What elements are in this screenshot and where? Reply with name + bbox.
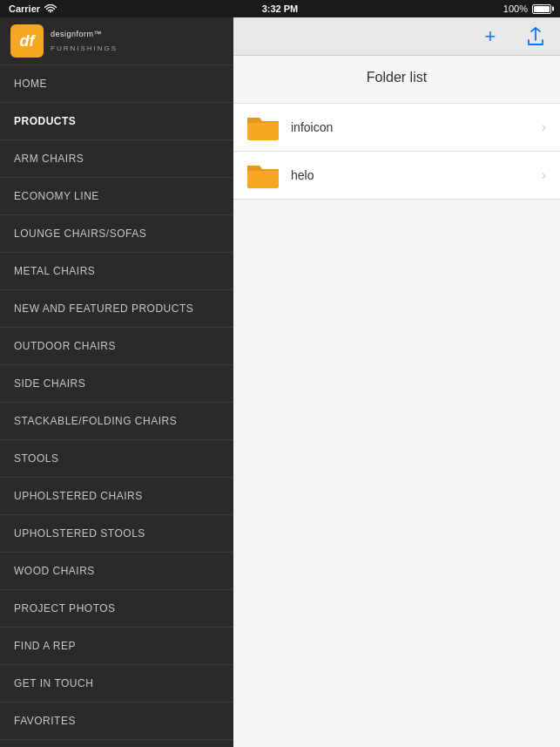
share-icon — [527, 27, 544, 46]
sidebar-item-lounge-chairs[interactable]: LOUNGE CHAIRS/SOFAS — [0, 215, 233, 253]
logo-name: designform™ — [51, 30, 118, 44]
app-body: df designform™ FURNISHINGS HOMEPRODUCTSA… — [0, 17, 560, 747]
sidebar-item-upholstered-stools[interactable]: UPHOLSTERED STOOLS — [0, 515, 233, 553]
folder-name: helo — [291, 168, 542, 182]
sidebar-item-project-photos[interactable]: PROJECT PHOTOS — [0, 590, 233, 628]
status-bar: Carrier 3:32 PM 100% — [0, 0, 560, 17]
sidebar-item-metal-chairs[interactable]: METAL CHAIRS — [0, 253, 233, 290]
sidebar-item-favorites[interactable]: FAVORITES — [0, 703, 233, 740]
logo-box: df — [10, 24, 44, 58]
sidebar-item-new-featured[interactable]: NEW AND FEATURED PRODUCTS — [0, 290, 233, 328]
sidebar-item-wood-chairs[interactable]: WOOD CHAIRS — [0, 553, 233, 590]
sidebar-item-outdoor-chairs[interactable]: OUTDOOR CHAIRS — [0, 328, 233, 365]
folder-item-helo[interactable]: helo › — [233, 152, 560, 200]
folder-item-infoicon[interactable]: infoicon › — [233, 103, 560, 152]
sidebar-item-stools[interactable]: STOOLS — [0, 440, 233, 478]
carrier-label: Carrier — [9, 3, 40, 14]
folder-list-title: Folder list — [233, 56, 560, 96]
folder-name: infoicon — [291, 120, 542, 134]
main-content: + Folder list infoicon › — [233, 17, 560, 747]
status-left: Carrier — [9, 3, 57, 14]
sidebar-item-home[interactable]: HOME — [0, 65, 233, 103]
battery-icon — [532, 4, 551, 14]
logo-text: designform™ FURNISHINGS — [51, 30, 118, 52]
sidebar-item-arm-chairs[interactable]: ARM CHAIRS — [0, 140, 233, 178]
logo-monogram: df — [20, 32, 35, 51]
status-time: 3:32 PM — [262, 3, 299, 14]
sidebar-items-container: HOMEPRODUCTSARM CHAIRSECONOMY LINELOUNGE… — [0, 65, 233, 747]
share-button[interactable] — [522, 23, 550, 51]
folder-list-area: Folder list infoicon › helo › — [233, 56, 560, 747]
folder-icon — [247, 114, 279, 140]
add-button[interactable]: + — [476, 23, 504, 51]
sidebar: df designform™ FURNISHINGS HOMEPRODUCTSA… — [0, 17, 233, 747]
sidebar-item-clients-folders[interactable]: CLIENT'S FOLDERS — [0, 740, 233, 747]
folder-chevron-icon: › — [542, 167, 546, 183]
sidebar-item-upholstered-chairs[interactable]: UPHOLSTERED CHAIRS — [0, 478, 233, 515]
sidebar-item-find-a-rep[interactable]: FIND A REP — [0, 628, 233, 665]
battery-fill — [534, 6, 550, 12]
wifi-icon — [44, 4, 57, 14]
battery-percent: 100% — [503, 3, 528, 14]
toolbar: + — [233, 17, 560, 56]
logo-area: df designform™ FURNISHINGS — [0, 17, 233, 65]
folder-chevron-icon: › — [542, 119, 546, 135]
logo-subtitle: FURNISHINGS — [51, 44, 118, 52]
sidebar-item-products[interactable]: PRODUCTS — [0, 103, 233, 140]
folder-icon — [247, 162, 279, 188]
sidebar-item-side-chairs[interactable]: SIDE CHAIRS — [0, 365, 233, 403]
folder-items-container: infoicon › helo › — [233, 103, 560, 200]
sidebar-item-economy-line[interactable]: ECONOMY LINE — [0, 178, 233, 215]
sidebar-item-get-in-touch[interactable]: GET IN TOUCH — [0, 665, 233, 703]
sidebar-item-stackable-chairs[interactable]: STACKABLE/FOLDING CHAIRS — [0, 403, 233, 440]
status-right: 100% — [503, 3, 551, 14]
